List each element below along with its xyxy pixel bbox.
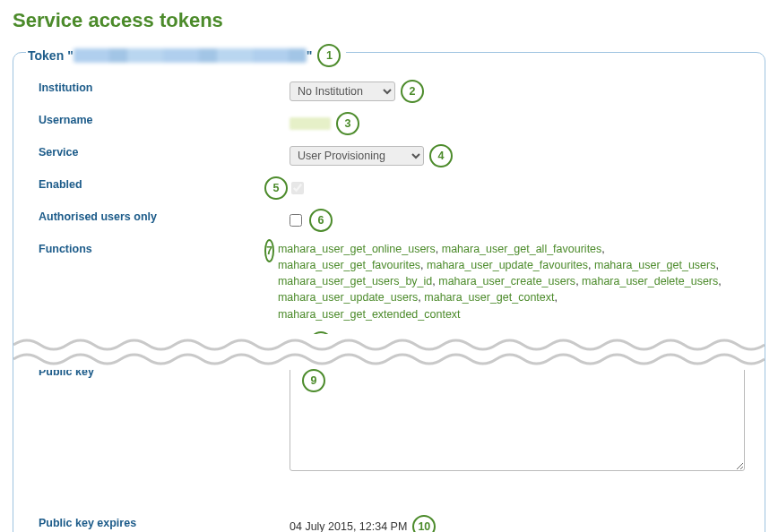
function-link[interactable]: mahara_user_get_context [424,291,554,304]
username-value-redacted [290,117,331,130]
annotation-5: 5 [264,176,288,200]
function-link[interactable]: mahara_user_get_users [594,259,716,271]
annotation-7: 7 [264,239,274,262]
auth-only-checkbox[interactable] [290,214,302,227]
annotation-3: 3 [336,112,359,135]
functions-list: mahara_user_get_online_users, mahara_use… [278,241,743,322]
function-link[interactable]: mahara_user_create_users [438,275,575,287]
public-key-textarea[interactable] [290,364,745,471]
page-title: Service access tokens [13,9,765,32]
institution-label: Institution [39,80,290,94]
enabled-label: Enabled [39,176,290,191]
function-link[interactable]: mahara_user_get_all_favourites [442,243,602,255]
token-value-redacted [73,48,307,63]
legend-prefix: Token [28,48,64,63]
function-link[interactable]: mahara_user_get_extended_context [278,308,461,321]
annotation-6: 6 [309,209,333,232]
service-label: Service [39,144,290,159]
institution-select[interactable]: No Institution [290,82,395,101]
function-link[interactable]: mahara_user_delete_users [582,275,718,287]
enabled-checkbox [291,182,304,194]
function-link[interactable]: mahara_user_get_favourites [278,259,420,271]
annotation-1: 1 [317,44,341,67]
username-label: Username [39,112,290,126]
token-fieldset: Token " " 1 Institution No Institution 2… [13,52,765,532]
annotation-10: 10 [412,515,436,532]
function-link[interactable]: mahara_user_update_users [278,291,418,304]
key-expires-value: 04 July 2015, 12:34 PM [290,520,407,532]
fieldset-legend: Token " " 1 [26,44,346,67]
function-link[interactable]: mahara_user_get_online_users [278,243,436,255]
annotation-2: 2 [401,80,424,103]
service-select[interactable]: User Provisioning [290,146,424,166]
annotation-9: 9 [302,369,325,392]
function-link[interactable]: mahara_user_get_users_by_id [278,275,432,287]
functions-label: Functions [39,241,290,255]
function-link[interactable]: mahara_user_update_favourites [427,259,588,271]
page-break-decoration [13,334,765,370]
auth-only-label: Authorised users only [39,209,290,223]
annotation-4: 4 [429,144,453,167]
key-expires-label: Public key expires [39,515,290,529]
